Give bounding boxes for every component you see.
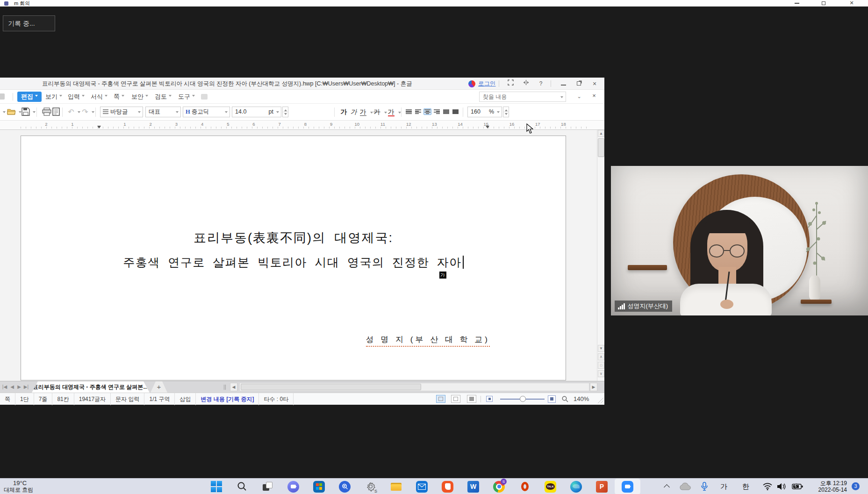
full-view-button[interactable]: [467, 395, 476, 403]
meeting-minimize-button[interactable]: [789, 0, 805, 7]
open-icon[interactable]: [7, 107, 16, 117]
document-tab[interactable]: 표리부동의 대영제국 - 주홍색 연구로 살펴본…: [32, 381, 150, 393]
onedrive-cloud-icon[interactable]: [679, 482, 691, 493]
font-size-stepper[interactable]: [282, 107, 288, 117]
scroll-down-button[interactable]: ▼: [598, 345, 604, 352]
horizontal-scrollbar[interactable]: [239, 383, 589, 391]
align-center-button[interactable]: [423, 108, 431, 115]
prev-tab-button[interactable]: ◀: [8, 383, 16, 391]
settings-button[interactable]: S: [358, 479, 383, 494]
quick-search-button[interactable]: [332, 479, 358, 494]
last-tab-button[interactable]: ▶|: [22, 383, 30, 391]
menu-review[interactable]: 검토: [155, 90, 172, 104]
scroll-right-button[interactable]: ▶: [590, 383, 597, 391]
notification-badge[interactable]: 3: [852, 482, 860, 490]
paragraph-style-select[interactable]: 바탕글: [100, 107, 143, 117]
save-dropdown-icon[interactable]: [33, 111, 36, 115]
find-dropdown-icon[interactable]: [560, 96, 563, 100]
style-preset-select[interactable]: 대표: [145, 107, 181, 117]
vertical-scrollbar[interactable]: ▲ ▼ ∧ □ ∨: [597, 130, 604, 381]
menu-edit[interactable]: 편집: [17, 92, 42, 102]
hwp-restore-button[interactable]: [574, 79, 583, 88]
find-input[interactable]: [480, 92, 550, 101]
undo-icon[interactable]: ↶: [66, 107, 76, 117]
hwp-close-button[interactable]: ×: [590, 79, 599, 88]
powerpoint-button[interactable]: P: [589, 479, 615, 494]
prev-page-button[interactable]: ∧: [598, 353, 604, 360]
ime-ga-indicator[interactable]: 가: [720, 479, 727, 494]
menu-input[interactable]: 입력: [68, 90, 85, 104]
align-divide-button[interactable]: [452, 108, 459, 115]
account-icon[interactable]: [468, 80, 475, 87]
window-split-icon[interactable]: [522, 79, 530, 88]
hancom-office-button[interactable]: [435, 479, 460, 494]
zoom-slider-knob[interactable]: [520, 396, 526, 402]
bold-button[interactable]: 가: [339, 107, 349, 117]
menu-view[interactable]: 보기: [45, 90, 62, 104]
font-select[interactable]: H중고딕: [183, 107, 230, 117]
save-icon[interactable]: [22, 107, 31, 117]
new-tab-button[interactable]: +: [151, 381, 167, 393]
task-view-button[interactable]: [255, 479, 280, 494]
clock[interactable]: 오후 12:19 2022-05-14: [813, 480, 847, 493]
magnifier-icon[interactable]: [562, 396, 568, 402]
align-distribute-button[interactable]: [442, 108, 450, 115]
login-link[interactable]: 로그인: [478, 78, 496, 90]
meeting-close-button[interactable]: ✕: [844, 0, 860, 7]
edge-button[interactable]: [563, 479, 589, 494]
redo-icon[interactable]: ↷: [80, 107, 90, 117]
help-icon[interactable]: ?: [537, 79, 545, 88]
word-button[interactable]: W: [460, 479, 486, 494]
hwp-minimize-button[interactable]: [559, 79, 567, 88]
chrome-button[interactable]: S: [486, 479, 512, 494]
weather-widget[interactable]: 19°C 대체로 흐림: [4, 480, 33, 494]
search-button[interactable]: [229, 479, 255, 494]
first-tab-button[interactable]: |◀: [1, 383, 8, 391]
zoom-stepper[interactable]: [503, 107, 509, 117]
redo-dropdown-icon[interactable]: [92, 111, 94, 115]
resize-grip[interactable]: [597, 397, 603, 403]
page-select-button[interactable]: □: [598, 362, 604, 369]
horizontal-ruler[interactable]: 21123456789101112131415161718: [0, 121, 604, 130]
find-box[interactable]: [479, 92, 566, 102]
strikethrough-button[interactable]: 가: [372, 107, 382, 117]
font-color-button[interactable]: 가: [386, 107, 396, 117]
kakaotalk-button[interactable]: TALK: [538, 479, 563, 494]
underline-button[interactable]: 가: [358, 107, 368, 117]
file-explorer-button[interactable]: [383, 479, 409, 494]
scroll-left-button[interactable]: ◀: [230, 383, 237, 391]
mail-button[interactable]: [409, 479, 435, 494]
menu-page[interactable]: 쪽: [114, 90, 124, 104]
horizontal-scroll-thumb[interactable]: [241, 384, 421, 390]
align-right-button[interactable]: [433, 108, 441, 115]
tray-overflow-chevron-icon[interactable]: [664, 484, 670, 490]
wifi-icon[interactable]: [763, 483, 772, 492]
italic-button[interactable]: 가: [349, 107, 359, 117]
battery-icon[interactable]: [792, 483, 803, 492]
print-icon[interactable]: [42, 107, 51, 117]
speaker-icon[interactable]: [777, 483, 786, 492]
zoom-out-box[interactable]: [486, 396, 493, 402]
participant-video[interactable]: 성명지(부산대): [611, 166, 868, 315]
zoom-input[interactable]: 160%: [467, 107, 502, 117]
vertical-scroll-thumb[interactable]: [598, 138, 604, 157]
ime-han-indicator[interactable]: 한: [742, 479, 749, 494]
menu-tools[interactable]: 도구: [178, 90, 195, 104]
menu-format[interactable]: 서식: [91, 90, 108, 104]
meeting-restore-button[interactable]: [816, 0, 832, 7]
next-tab-button[interactable]: ▶: [15, 383, 23, 391]
fit-width-button[interactable]: [451, 395, 460, 403]
chat-button[interactable]: [280, 479, 306, 494]
next-page-button[interactable]: ∨: [598, 370, 604, 377]
status-track-changes[interactable]: 변경 내용 [기록 중지]: [196, 393, 259, 405]
zoom-in-box[interactable]: [548, 395, 556, 403]
zoom-app-button[interactable]: [615, 479, 640, 494]
page-view-button[interactable]: [436, 395, 445, 403]
office-button[interactable]: [512, 479, 538, 494]
document-page[interactable]: 표리부동(表裏不同)의 대영제국: 주홍색 연구로 살펴본 빅토리아 시대 영국…: [21, 136, 566, 380]
align-left-button[interactable]: [414, 108, 422, 115]
find-close-icon[interactable]: ×: [591, 93, 597, 99]
menu-security[interactable]: 보안: [131, 90, 148, 104]
fullscreen-icon[interactable]: [506, 79, 515, 88]
font-size-input[interactable]: 14.0pt: [232, 107, 281, 117]
